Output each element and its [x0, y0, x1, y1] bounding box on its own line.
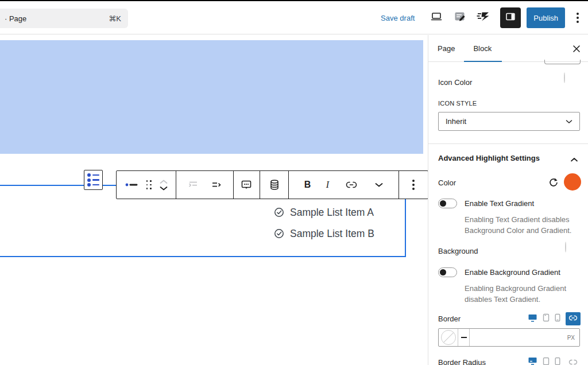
- drag-handle[interactable]: [146, 180, 152, 190]
- link-sides-button[interactable]: [566, 312, 581, 325]
- indent-icon[interactable]: [210, 178, 223, 192]
- block-toolbar: B I: [116, 170, 428, 199]
- border-responsive-controls: [528, 312, 581, 325]
- toolbar-section-comment: [234, 171, 260, 199]
- sidebar-tabs: Page Block: [428, 35, 588, 62]
- speed-z-icon: [477, 10, 490, 26]
- settings-sidebar: Page Block Icon Color ICON STYLE Inherit…: [428, 35, 588, 365]
- sidebar-panel-icon: [505, 11, 516, 25]
- command-palette-button[interactable]: · Page ⌘K: [0, 9, 128, 28]
- reset-color-icon[interactable]: [548, 177, 559, 191]
- settings-sidebar-toggle[interactable]: [500, 7, 521, 28]
- list-item[interactable]: Sample List Item B: [274, 227, 374, 240]
- tab-block[interactable]: Block: [464, 35, 501, 61]
- more-formats-chevron-icon[interactable]: [374, 182, 384, 188]
- toolbar-section-indent: [176, 171, 234, 199]
- move-down-icon[interactable]: [159, 185, 168, 191]
- list-item-block-icon[interactable]: [124, 178, 139, 192]
- text-gradient-toggle-row: Enable Text Gradient: [438, 199, 534, 208]
- editor-topbar: · Page ⌘K Save draft: [0, 1, 588, 34]
- plugin-tool-button[interactable]: [477, 11, 490, 25]
- background-gradient-toggle-row: Enable Background Gradient: [438, 267, 560, 277]
- chevron-up-icon[interactable]: [570, 154, 578, 165]
- active-tab-underline: [464, 61, 502, 63]
- selected-block-highlight[interactable]: [0, 40, 423, 154]
- background-label: Background: [438, 247, 478, 255]
- background-swatch-empty[interactable]: [565, 242, 566, 253]
- icon-color-label: Icon Color: [438, 78, 472, 87]
- border-width-input[interactable]: PX: [470, 329, 579, 346]
- icon-style-select[interactable]: Inherit: [438, 112, 580, 131]
- link-icon[interactable]: [344, 178, 359, 192]
- border-style-button[interactable]: [458, 329, 470, 346]
- check-circle-icon: [274, 207, 284, 218]
- outdent-icon[interactable]: [186, 178, 200, 192]
- toolbar-section-format: B I: [289, 171, 399, 199]
- icon-style-label: ICON STYLE: [438, 100, 477, 107]
- border-radius-responsive-controls: [528, 356, 581, 365]
- editor-canvas: Sample List Item A Sample List Item B: [0, 35, 428, 365]
- save-draft-button[interactable]: Save draft: [381, 14, 415, 22]
- border-color-swatch-empty[interactable]: [439, 329, 458, 346]
- background-gradient-help-text: Enabling Background Gradient disables Te…: [465, 283, 582, 305]
- tab-page[interactable]: Page: [428, 35, 464, 61]
- tablet-icon[interactable]: [543, 313, 550, 324]
- highlight-color-swatch[interactable]: [564, 173, 581, 191]
- tablet-icon[interactable]: [543, 357, 550, 365]
- options-menu-button[interactable]: [574, 10, 581, 25]
- text-gradient-help-text: Enabling Text Gradient disables Backgrou…: [465, 214, 582, 236]
- laptop-icon: [430, 10, 443, 26]
- command-shortcut: ⌘K: [109, 14, 121, 23]
- topbar-actions: Save draft: [381, 1, 581, 34]
- list-item-text[interactable]: Sample List Item B: [290, 228, 374, 240]
- panel-separator: [428, 143, 588, 144]
- icon-style-value: Inherit: [446, 117, 566, 126]
- text-gradient-toggle[interactable]: [438, 199, 457, 208]
- italic-button[interactable]: I: [326, 180, 329, 190]
- preview-button[interactable]: [430, 11, 443, 25]
- check-circle-icon: [274, 228, 284, 239]
- toolbar-section-options: [399, 171, 428, 199]
- template-edit-icon: [453, 10, 467, 26]
- scrolled-control-sliver: [544, 60, 581, 64]
- link-icon: [568, 314, 578, 324]
- database-icon[interactable]: [268, 178, 281, 192]
- move-up-icon[interactable]: [159, 179, 168, 185]
- color-label: Color: [438, 178, 456, 187]
- advanced-panel-title[interactable]: Advanced Highlight Settings: [438, 154, 540, 162]
- bold-button[interactable]: B: [304, 180, 311, 190]
- unlink-icon[interactable]: [566, 358, 581, 365]
- border-unit-label: PX: [567, 335, 575, 341]
- desktop-icon[interactable]: [528, 313, 537, 325]
- block-options-button[interactable]: [410, 177, 417, 192]
- edit-mode-button[interactable]: [453, 11, 467, 25]
- icon-color-swatch-empty[interactable]: [564, 72, 565, 83]
- block-mover: [159, 179, 168, 191]
- toolbar-section-data: [260, 171, 289, 199]
- document-title: · Page: [5, 14, 109, 23]
- phone-icon[interactable]: [555, 313, 560, 324]
- background-gradient-toggle[interactable]: [438, 267, 457, 277]
- chevron-down-icon: [566, 117, 572, 126]
- close-sidebar-button[interactable]: [571, 43, 582, 55]
- border-radius-label: Border Radius: [438, 358, 486, 365]
- border-width-control: PX: [438, 328, 580, 347]
- list-item-text[interactable]: Sample List Item A: [290, 207, 374, 219]
- desktop-icon[interactable]: [528, 356, 537, 365]
- toolbar-section-block: [117, 171, 176, 199]
- phone-icon[interactable]: [555, 357, 560, 365]
- list-item[interactable]: Sample List Item A: [274, 206, 374, 219]
- checklist-block-icon: [87, 173, 99, 187]
- block-parent-selector-button[interactable]: [84, 170, 103, 190]
- comment-icon[interactable]: [239, 178, 253, 192]
- text-gradient-toggle-label: Enable Text Gradient: [465, 199, 534, 208]
- border-label: Border: [438, 314, 461, 323]
- publish-button[interactable]: Publish: [527, 7, 565, 28]
- background-gradient-toggle-label: Enable Background Gradient: [465, 268, 560, 277]
